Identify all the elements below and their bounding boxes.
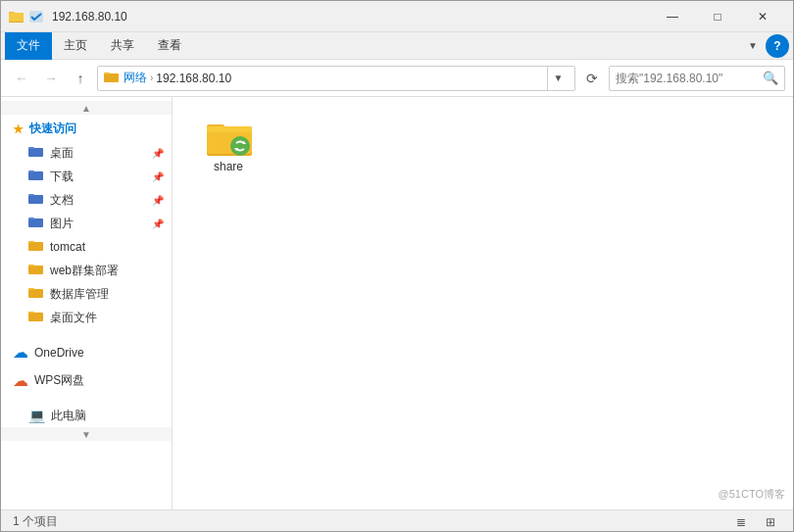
file-item-share[interactable]: share [184,109,273,181]
menu-bar: 文件 主页 共享 查看 ▼ ? [1,32,793,60]
pin-icon: 📌 [152,148,164,159]
sidebar-item-desktop-files[interactable]: 桌面文件 [1,306,172,329]
title-bar-icons [9,9,44,24]
main-area: ▲ ★ 快速访问 桌面 📌 下载 📌 文档 📌 [1,97,793,509]
wps-icon: ☁ [13,371,28,390]
breadcrumb-ip: 192.168.80.10 [156,72,231,85]
breadcrumb-dropdown[interactable]: ▼ [547,66,569,91]
list-view-button[interactable]: ≣ [730,511,752,533]
sidebar-item-pictures[interactable]: 图片 📌 [1,212,172,235]
svg-rect-25 [207,126,252,132]
file-area: share @51CTO博客 [173,97,793,509]
svg-rect-13 [28,218,34,219]
svg-rect-19 [28,288,34,290]
sidebar-item-tomcat[interactable]: tomcat [1,235,172,259]
search-input[interactable] [616,72,763,85]
divider-2 [1,399,172,400]
svg-rect-2 [9,13,24,22]
breadcrumb-folder-icon [104,71,120,86]
svg-rect-6 [28,148,43,157]
scroll-up-indicator[interactable]: ▲ [1,101,172,115]
menu-share[interactable]: 共享 [99,32,146,60]
title-check-icon [28,9,44,24]
maximize-button[interactable]: □ [695,1,740,32]
sidebar-item-web[interactable]: web群集部署 [1,259,172,282]
breadcrumb-sep1: › [150,73,153,83]
star-icon: ★ [13,122,24,136]
svg-rect-18 [28,289,43,298]
sidebar-item-db[interactable]: 数据库管理 [1,282,172,306]
help-button[interactable]: ? [766,34,789,58]
svg-rect-9 [28,170,34,172]
pin-icon-2: 📌 [152,171,164,182]
menu-home[interactable]: 主页 [52,32,99,60]
breadcrumb-network[interactable]: 网络 [124,70,147,86]
svg-rect-5 [104,73,110,74]
svg-rect-11 [28,194,34,196]
close-button[interactable]: ✕ [740,1,785,32]
sidebar-item-documents[interactable]: 文档 📌 [1,188,172,212]
back-button[interactable]: ← [9,66,34,91]
item-count: 1 个项目 [13,513,58,530]
sidebar-item-downloads[interactable]: 下载 📌 [1,165,172,188]
svg-rect-17 [28,265,34,266]
address-bar: ← → ↑ 网络 › 192.168.80.10 ▼ ⟳ 🔍 [1,60,793,97]
svg-rect-14 [28,242,43,251]
svg-rect-8 [28,171,43,180]
up-button[interactable]: ↑ [68,66,93,91]
svg-rect-15 [28,241,34,243]
svg-rect-20 [28,313,43,321]
status-right: ≣ ⊞ [730,511,781,533]
folder-icon-desktop [28,145,44,161]
pin-icon-4: 📌 [152,218,164,229]
pin-icon-3: 📌 [152,195,164,206]
watermark: @51CTO博客 [719,487,785,502]
svg-rect-10 [28,195,43,204]
title-bar: 192.168.80.10 — □ ✕ [1,1,793,32]
menu-dropdown-btn[interactable]: ▼ [740,33,766,59]
title-folder-icon [9,9,25,24]
quick-access-label[interactable]: ★ 快速访问 [1,115,172,141]
svg-point-26 [230,136,250,156]
window-title: 192.168.80.10 [52,10,650,24]
computer-icon: 💻 [28,408,45,423]
folder-icon-db [28,286,44,302]
sidebar: ▲ ★ 快速访问 桌面 📌 下载 📌 文档 📌 [1,97,173,509]
folder-icon-pictures [28,216,44,231]
sidebar-onedrive[interactable]: ☁ OneDrive [1,338,172,366]
folder-icon-desktop-files [28,310,44,325]
folder-icon-web [28,263,44,278]
onedrive-icon: ☁ [13,343,28,362]
refresh-button[interactable]: ⟳ [579,66,605,91]
search-box[interactable]: 🔍 [609,66,785,91]
minimize-button[interactable]: — [650,1,695,32]
svg-rect-21 [28,312,34,314]
status-bar: 1 个项目 ≣ ⊞ [1,509,793,532]
search-icon[interactable]: 🔍 [763,71,778,85]
menu-file[interactable]: 文件 [5,32,52,60]
sidebar-this-pc[interactable]: 💻 此电脑 [1,404,172,427]
folder-icon-downloads [28,169,44,184]
grid-view-button[interactable]: ⊞ [760,511,781,533]
svg-rect-12 [28,218,43,227]
window-controls[interactable]: — □ ✕ [650,1,785,32]
scroll-down-indicator[interactable]: ▼ [1,427,172,441]
file-label-share: share [214,160,243,173]
svg-rect-4 [104,73,119,82]
divider-1 [1,333,172,334]
breadcrumb-bar[interactable]: 网络 › 192.168.80.10 ▼ [97,66,575,91]
folder-icon-documents [28,192,44,208]
sidebar-wps[interactable]: ☁ WPS网盘 [1,366,172,395]
share-folder-icon [205,117,252,156]
svg-rect-7 [28,147,34,149]
forward-button[interactable]: → [38,66,64,91]
menu-view[interactable]: 查看 [146,32,193,60]
folder-icon-tomcat [28,239,44,255]
sidebar-item-desktop[interactable]: 桌面 📌 [1,141,172,165]
svg-rect-16 [28,266,43,274]
